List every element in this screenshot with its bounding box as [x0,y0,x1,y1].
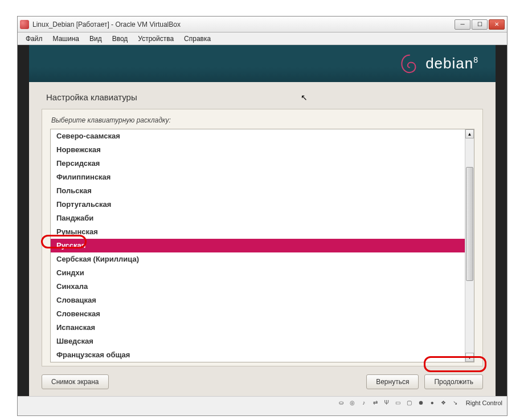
close-button[interactable]: ✕ [489,19,505,30]
debian-logo-text: debian8 [425,55,478,72]
vm-display-area: debian8 Настройка клавиатуры Выберите кл… [18,45,507,396]
list-item[interactable]: Синхала [51,280,465,293]
app-icon [20,20,29,29]
scroll-up-button[interactable]: ▲ [465,129,474,138]
list-item[interactable]: Испанская [51,321,465,335]
video-capture-icon[interactable]: ⏺ [417,399,425,407]
list-item[interactable]: Португальская [51,198,465,211]
continue-button[interactable]: Продолжить [424,374,483,389]
list-item[interactable]: Словенская [51,307,465,321]
list-item[interactable]: Румынская [51,225,465,239]
minimize-button[interactable]: ─ [455,19,470,30]
menu-item[interactable]: Машина [48,34,84,44]
section-title: Настройка клавиатуры [29,82,496,109]
list-item[interactable]: Персидская [51,157,465,170]
installer-header: debian8 [29,45,496,82]
debian-swirl-icon [398,52,421,75]
menu-item[interactable]: Устройства [133,34,178,44]
list-item[interactable]: Панджаби [51,211,465,225]
scroll-down-button[interactable]: ▼ [465,353,474,362]
keyboard-layout-list[interactable]: Северо-саамскаяНорвежскаяПерсидскаяФилип… [51,129,465,362]
scrollbar-thumb[interactable] [466,167,473,281]
mouse-integration-icon[interactable]: ↘ [451,399,459,407]
display-icon[interactable]: ▢ [406,399,414,407]
list-item[interactable]: Шведская [51,335,465,348]
menu-item[interactable]: Вид [85,34,107,44]
recording-icon[interactable]: ● [428,399,436,407]
optical-disc-icon[interactable]: ◎ [349,399,357,407]
list-item[interactable]: Северо-саамская [51,129,465,143]
audio-icon[interactable]: ♪ [360,399,368,407]
hard-disk-icon[interactable]: ⛀ [337,399,345,407]
maximize-button[interactable]: ☐ [472,19,488,30]
list-item[interactable]: Словацкая [51,293,465,307]
window-titlebar: Linux_Debian [Работает] - Oracle VM Virt… [18,17,507,32]
usb-icon[interactable]: Ψ [383,399,391,407]
menubar: ФайлМашинаВидВводУстройстваСправка [18,32,507,45]
menu-item[interactable]: Ввод [108,34,133,44]
window-title: Linux_Debian [Работает] - Oracle VM Virt… [32,21,455,28]
menu-item[interactable]: Файл [21,34,47,44]
keyboard-layout-panel: Выберите клавиатурную раскладку: Северо-… [42,109,483,366]
list-item[interactable]: Польская [51,184,465,198]
list-item[interactable]: Филиппинская [51,170,465,184]
list-item[interactable]: Норвежская [51,143,465,157]
screenshot-button[interactable]: Снимок экрана [42,374,109,389]
back-button[interactable]: Вернуться [366,374,419,389]
list-item[interactable]: Синдхи [51,266,465,280]
statusbar: ⛀◎♪⇄Ψ▭▢⏺●❖↘Right Control [18,396,507,409]
guest-additions-icon[interactable]: ❖ [440,399,448,407]
list-item[interactable]: Сербская (Кириллица) [51,252,465,266]
list-label: Выберите клавиатурную раскладку: [50,116,474,124]
installer-window: debian8 Настройка клавиатуры Выберите кл… [29,45,496,396]
list-item[interactable]: Французская общая [51,348,465,362]
scrollbar[interactable]: ▲ ▼ [465,129,474,362]
menu-item[interactable]: Справка [179,34,215,44]
shared-folder-icon[interactable]: ▭ [394,399,402,407]
network-icon[interactable]: ⇄ [371,399,379,407]
list-item[interactable]: Русская [51,239,465,252]
host-key-indicator: Right Control [466,399,502,406]
